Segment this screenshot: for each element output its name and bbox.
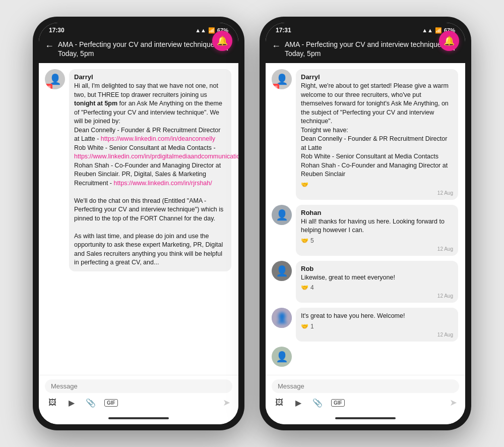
avatar-darryl-left: 👤 vc xyxy=(45,69,65,89)
send-button-right[interactable]: ➤ xyxy=(450,397,457,408)
send-button-left[interactable]: ➤ xyxy=(223,397,230,408)
link-rob[interactable]: https://www.linkedin.com/in/prdigitalmed… xyxy=(74,153,238,160)
toolbar-icons-left: 🖼 ▶ 📎 GIF xyxy=(47,397,118,408)
vc-badge: vc xyxy=(45,84,52,89)
message-row-partial: 👤 xyxy=(272,347,459,367)
chat-area-left: 👤 vc Darryl Hi all, I'm delighted to say… xyxy=(39,63,238,375)
phones-container: 17:30 ▲▲ 📶 67% ← AMA - Perfecting your C… xyxy=(23,7,481,440)
video-icon-left[interactable]: ▶ xyxy=(66,397,77,408)
bold-text: tonight at 5pm xyxy=(74,100,117,107)
attach-icon-right[interactable]: 📎 xyxy=(312,397,323,408)
message-row-darryl-right: 👤 vc Darryl Right, we're about to get st… xyxy=(272,69,459,200)
reaction-darryl-right: 🤝 xyxy=(301,181,453,188)
avatar-partial: 👤 xyxy=(272,347,292,367)
reaction-rob: 🤝 4 xyxy=(301,284,453,291)
input-area-right: 🖼 ▶ 📎 GIF ➤ xyxy=(266,375,465,412)
message-bubble-rohan: Rohan Hi all! thanks for having us here.… xyxy=(296,205,458,256)
link-dean[interactable]: https://www.linkedin.com/in/deanconnelly xyxy=(101,135,215,142)
attach-icon-left[interactable]: 📎 xyxy=(85,397,96,408)
message-text-darryl-right: Right, we're about to get started! Pleas… xyxy=(301,82,453,179)
bell-button-right[interactable]: 🔔 xyxy=(439,31,459,51)
home-indicator-right xyxy=(335,417,396,419)
reaction-count-rohan: 5 xyxy=(310,237,314,244)
chat-header-left: ← AMA - Perfecting your CV and interview… xyxy=(39,36,238,63)
avatar-anon: 👤 xyxy=(272,308,292,328)
input-area-left: 🖼 ▶ 📎 GIF ➤ xyxy=(39,375,238,412)
reaction-anon: 🤝 1 xyxy=(301,323,453,330)
home-indicator-left xyxy=(108,417,169,419)
message-row-anon: 👤 It's great to have you here. Welcome! … xyxy=(272,308,459,342)
toolbar-left: 🖼 ▶ 📎 GIF ➤ xyxy=(45,397,232,408)
avatar-rohan: 👤 xyxy=(272,205,292,225)
image-icon-right[interactable]: 🖼 xyxy=(274,397,285,408)
wifi-icon-right: 📶 xyxy=(435,27,442,34)
message-bubble-darryl-left: Darryl Hi all, I'm delighted to say that… xyxy=(69,69,231,271)
video-icon-right[interactable]: ▶ xyxy=(293,397,304,408)
timestamp-rob: 12 Aug xyxy=(301,293,453,299)
message-input-row-right xyxy=(272,379,459,393)
signal-icon: ▲▲ xyxy=(195,27,206,33)
message-text-anon: It's great to have you here. Welcome! xyxy=(301,312,453,321)
avatar-darryl-right: 👤 vc xyxy=(272,69,292,89)
message-bubble-rob: Rob Likewise, great to meet everyone! 🤝 … xyxy=(296,261,458,303)
reaction-count-anon: 1 xyxy=(310,323,314,330)
bottom-bar-left xyxy=(39,412,238,424)
signal-icon-right: ▲▲ xyxy=(422,27,433,33)
message-input-left[interactable] xyxy=(51,382,226,390)
back-button-left[interactable]: ← xyxy=(45,40,54,51)
message-input-right[interactable] xyxy=(278,382,453,390)
message-input-row-left xyxy=(45,379,232,393)
image-icon-left[interactable]: 🖼 xyxy=(47,397,58,408)
bottom-bar-right xyxy=(266,412,465,424)
time-right: 17:31 xyxy=(276,27,291,34)
status-bar-left: 17:30 ▲▲ 📶 67% xyxy=(39,23,238,36)
message-row-darryl: 👤 vc Darryl Hi all, I'm delighted to say… xyxy=(45,69,232,271)
header-title-left: AMA - Perfecting your CV and interview t… xyxy=(58,40,218,58)
phone-left: 17:30 ▲▲ 📶 67% ← AMA - Perfecting your C… xyxy=(33,17,244,430)
gif-button-left[interactable]: GIF xyxy=(104,399,118,407)
avatar-rob: 👤 xyxy=(272,261,292,281)
link-rohan[interactable]: https://www.linkedin.com/in/rjrshah/ xyxy=(114,180,212,187)
message-bubble-darryl-right: Darryl Right, we're about to get started… xyxy=(296,69,458,200)
chat-header-right: ← AMA - Perfecting your CV and interview… xyxy=(266,36,465,63)
sender-darryl-right: Darryl xyxy=(301,73,453,81)
phone-right: 17:31 ▲▲ 📶 67% ← AMA - Perfecting your C… xyxy=(260,17,471,430)
sender-rob: Rob xyxy=(301,265,453,272)
back-button-right[interactable]: ← xyxy=(272,40,281,51)
time-left: 17:30 xyxy=(49,27,65,34)
message-bubble-anon: It's great to have you here. Welcome! 🤝 … xyxy=(296,308,458,342)
vc-badge-right: vc xyxy=(272,84,279,89)
header-title-right: AMA - Perfecting your CV and interview t… xyxy=(285,40,445,58)
timestamp-darryl-right: 12 Aug xyxy=(301,190,453,196)
wifi-icon: 📶 xyxy=(208,27,215,34)
message-row-rob: 👤 Rob Likewise, great to meet everyone! … xyxy=(272,261,459,303)
toolbar-right: 🖼 ▶ 📎 GIF ➤ xyxy=(272,397,459,408)
reaction-count-rob: 4 xyxy=(310,284,314,291)
sender-rohan: Rohan xyxy=(301,209,453,216)
bell-button-left[interactable]: 🔔 xyxy=(212,31,232,51)
toolbar-icons-right: 🖼 ▶ 📎 GIF xyxy=(274,397,345,408)
message-text-rohan: Hi all! thanks for having us here. Looki… xyxy=(301,217,453,235)
gif-button-right[interactable]: GIF xyxy=(331,399,345,407)
reaction-rohan: 🤝 5 xyxy=(301,237,453,244)
timestamp-anon: 12 Aug xyxy=(301,332,453,338)
message-text-rob: Likewise, great to meet everyone! xyxy=(301,273,453,283)
sender-darryl-left: Darryl xyxy=(74,73,226,81)
timestamp-rohan: 12 Aug xyxy=(301,246,453,252)
status-bar-right: 17:31 ▲▲ 📶 67% xyxy=(266,23,465,36)
chat-area-right: 👤 vc Darryl Right, we're about to get st… xyxy=(266,63,465,375)
message-row-rohan: 👤 Rohan Hi all! thanks for having us her… xyxy=(272,205,459,256)
message-text-darryl-left: Hi all, I'm delighted to say that we hav… xyxy=(74,82,226,267)
